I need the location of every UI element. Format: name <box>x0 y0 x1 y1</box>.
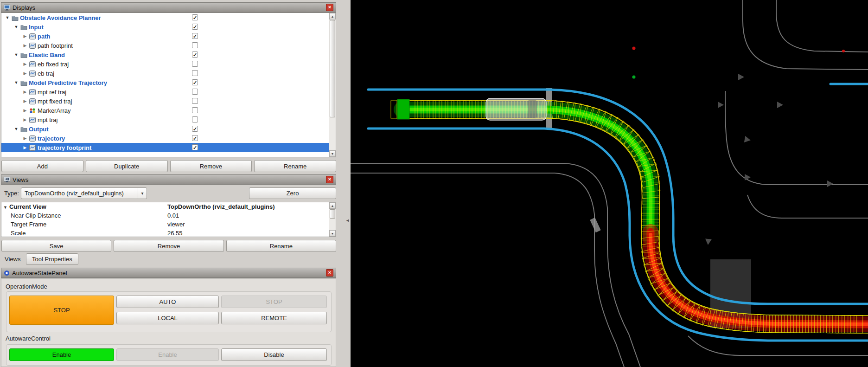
display-label: Input <box>29 24 44 31</box>
display-row-path[interactable]: ▶path✓ <box>1 32 336 41</box>
display-enabled-checkbox[interactable]: ✓ <box>192 14 198 20</box>
scroll-up-icon[interactable]: ▲ <box>329 202 336 209</box>
expand-arrow-icon[interactable]: ▼ <box>13 52 19 57</box>
expand-arrow-icon[interactable]: ▶ <box>22 99 28 103</box>
display-label: trajectory <box>38 135 65 142</box>
expand-arrow-icon[interactable]: ▼ <box>3 205 7 210</box>
ego-vehicle <box>486 98 546 120</box>
auto-mode-button[interactable]: AUTO <box>116 296 219 308</box>
display-row-eb-traj[interactable]: ▶eb traj <box>1 69 336 78</box>
scroll-up-icon[interactable]: ▲ <box>329 13 336 19</box>
property-row-near-clip-distance[interactable]: Near Clip Distance0.01 <box>1 211 336 220</box>
property-value[interactable]: viewer <box>167 221 336 228</box>
expand-arrow-icon[interactable]: ▶ <box>22 117 28 122</box>
views-close-button[interactable]: × <box>326 176 333 183</box>
expand-arrow-icon[interactable]: ▶ <box>22 43 28 48</box>
expand-arrow-icon[interactable]: ▶ <box>22 90 28 94</box>
expand-arrow-icon[interactable]: ▶ <box>22 136 28 141</box>
views-monitor-icon <box>4 177 10 183</box>
display-row-eb-fixed-traj[interactable]: ▶eb fixed traj <box>1 59 336 69</box>
scroll-down-icon[interactable]: ▼ <box>329 150 336 157</box>
display-icon <box>28 117 37 123</box>
view-properties-scrollbar[interactable]: ▲ ▼ <box>329 202 336 237</box>
expand-arrow-icon[interactable]: ▼ <box>13 25 19 29</box>
folder-icon <box>19 52 28 58</box>
displays-tree-scrollbar[interactable]: ▲ ▼ <box>329 13 336 157</box>
remote-mode-button[interactable]: REMOTE <box>221 312 327 324</box>
add-button[interactable]: Add <box>1 160 83 172</box>
display-enabled-checkbox[interactable] <box>192 89 198 95</box>
expand-arrow-icon[interactable]: ▼ <box>13 127 19 131</box>
display-row-mpt-fixed-traj[interactable]: ▶mpt fixed traj <box>1 97 336 106</box>
rviz-window: Displays × ▼Obstacle Avoidance Planner✓▼… <box>0 0 868 367</box>
views-remove-button[interactable]: Remove <box>114 240 223 252</box>
display-enabled-checkbox[interactable]: ✓ <box>192 52 198 58</box>
views-buttons-row: Save Remove Rename <box>1 240 336 252</box>
display-icon <box>28 89 37 95</box>
display-enabled-checkbox[interactable] <box>192 107 198 113</box>
display-label: path <box>38 33 50 40</box>
expand-arrow-icon[interactable]: ▶ <box>22 62 28 66</box>
property-value[interactable]: 0.01 <box>167 212 336 219</box>
tab-views[interactable]: Views <box>5 256 20 263</box>
disable-button[interactable]: Disable <box>221 348 327 361</box>
property-value[interactable]: 26.55 <box>167 230 336 237</box>
display-enabled-checkbox[interactable]: ✓ <box>192 79 198 85</box>
display-row-input[interactable]: ▼Input✓ <box>1 22 336 32</box>
duplicate-button[interactable]: Duplicate <box>86 160 168 172</box>
stop-mode-button-active[interactable]: STOP <box>9 296 114 325</box>
display-row-elastic-band[interactable]: ▼Elastic Band✓ <box>1 50 336 59</box>
displays-buttons-row: Add Duplicate Remove Rename <box>1 160 336 172</box>
display-row-output[interactable]: ▼Output✓ <box>1 124 336 134</box>
state-panel-close-button[interactable]: × <box>326 269 333 277</box>
display-row-obstacle-avoidance-planner[interactable]: ▼Obstacle Avoidance Planner✓ <box>1 13 336 22</box>
scrollbar-thumb[interactable] <box>330 20 335 117</box>
views-rename-button[interactable]: Rename <box>226 240 336 252</box>
display-row-path-footprint[interactable]: ▶path footprint <box>1 41 336 50</box>
display-enabled-checkbox[interactable] <box>192 61 198 67</box>
display-enabled-checkbox[interactable] <box>192 116 198 122</box>
local-mode-button[interactable]: LOCAL <box>116 312 219 324</box>
display-row-model-predictive-trajectory[interactable]: ▼Model Predictive Trajectory✓ <box>1 78 336 87</box>
display-enabled-checkbox[interactable] <box>192 70 198 76</box>
expand-arrow-icon[interactable]: ▶ <box>22 108 28 113</box>
display-row-mpt-traj[interactable]: ▶mpt traj <box>1 115 336 124</box>
property-value[interactable]: TopDownOrtho (rviz_default_plugins) <box>167 203 336 210</box>
displays-close-button[interactable]: × <box>326 4 333 11</box>
display-enabled-checkbox[interactable]: ✓ <box>192 24 198 30</box>
display-enabled-checkbox[interactable] <box>192 98 198 104</box>
enable-button-disabled: Enable <box>116 348 219 361</box>
display-enabled-checkbox[interactable]: ✓ <box>192 135 198 141</box>
scroll-down-icon[interactable]: ▼ <box>329 230 336 237</box>
3d-viewport[interactable] <box>351 0 868 367</box>
display-row-trajectory[interactable]: ▶trajectory✓ <box>1 134 336 143</box>
expand-arrow-icon[interactable]: ▼ <box>4 15 11 20</box>
display-label: eb fixed traj <box>38 61 69 68</box>
folder-icon <box>19 24 28 30</box>
enable-button-active[interactable]: Enable <box>9 348 114 361</box>
tab-tool-properties[interactable]: Tool Properties <box>26 253 78 265</box>
property-row-target-frame[interactable]: Target Frameviewer <box>1 220 336 229</box>
expand-arrow-icon[interactable]: ▶ <box>22 145 28 150</box>
property-row-current-view[interactable]: ▼Current ViewTopDownOrtho (rviz_default_… <box>1 202 336 211</box>
property-row-scale[interactable]: Scale26.55 <box>1 229 336 237</box>
rename-button[interactable]: Rename <box>254 160 336 172</box>
display-enabled-checkbox[interactable]: ✓ <box>192 144 198 150</box>
display-row-mpt-ref-traj[interactable]: ▶mpt ref traj <box>1 87 336 97</box>
view-type-dropdown[interactable]: TopDownOrtho (rviz_default_plugins) ▾ <box>21 187 147 199</box>
display-enabled-checkbox[interactable]: ✓ <box>192 33 198 39</box>
display-enabled-checkbox[interactable] <box>192 42 198 48</box>
zero-button[interactable]: Zero <box>249 187 336 199</box>
marker-array-icon <box>28 108 37 114</box>
expand-arrow-icon[interactable]: ▼ <box>13 80 19 85</box>
remove-button[interactable]: Remove <box>170 160 252 172</box>
display-row-markerarray[interactable]: ▶MarkerArray <box>1 106 336 115</box>
display-enabled-checkbox[interactable]: ✓ <box>192 126 198 132</box>
save-button[interactable]: Save <box>1 240 111 252</box>
expand-arrow-icon[interactable]: ▶ <box>22 71 28 76</box>
panel-collapse-arrow[interactable]: ◄ <box>345 218 350 223</box>
display-icon <box>28 33 37 39</box>
display-row-trajectory-footprint[interactable]: ▶trajectory footprint✓ <box>1 143 336 152</box>
expand-arrow-icon[interactable]: ▶ <box>22 34 28 39</box>
scrollbar-thumb[interactable] <box>330 209 335 219</box>
